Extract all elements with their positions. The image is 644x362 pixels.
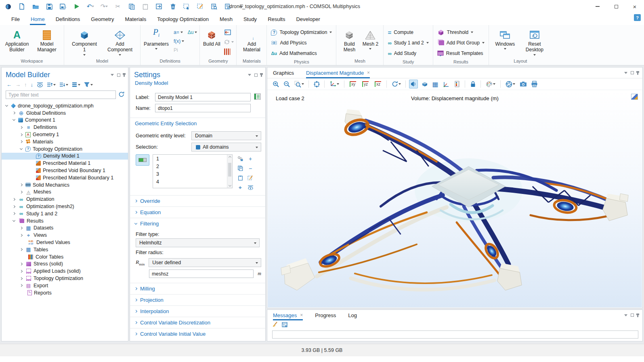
delete-icon[interactable] (169, 3, 177, 10)
collapse-chevron[interactable] (5, 104, 8, 107)
tree-item-component-1[interactable]: Component 1 (2, 117, 128, 124)
tab-materials[interactable]: Materials (125, 13, 146, 25)
application-builder-button[interactable]: AApplication Builder (2, 27, 31, 53)
expand-chevron[interactable] (20, 234, 23, 237)
color-palette-button[interactable] (484, 80, 497, 88)
copy-selection-icon[interactable] (236, 164, 245, 173)
model-manager-button[interactable]: Model Manager (32, 27, 61, 53)
variables-button[interactable]: a= (174, 29, 183, 36)
expand-chevron[interactable] (20, 140, 23, 143)
tree-item-prescribed-material-1[interactable]: Prescribed Material 1 (2, 160, 128, 167)
collapse-all-button[interactable] (59, 82, 68, 87)
filter-input[interactable] (6, 90, 116, 99)
tab-messages[interactable]: Messages× (273, 310, 303, 320)
domain-selection-list[interactable]: 1 2 3 4 (153, 154, 233, 188)
filter-radius-mode-dropdown[interactable]: User defined (149, 258, 261, 267)
expand-chevron[interactable] (20, 284, 23, 287)
tree-item-geometry-1[interactable]: AGeometry 1 (2, 131, 128, 138)
topology-optimization-button[interactable]: ?Topology Optimization (271, 27, 332, 37)
panel-float-icon[interactable] (254, 74, 258, 77)
save-icon[interactable] (45, 3, 53, 10)
tree-item-density-model-1[interactable]: ?Density Model 1 (2, 153, 128, 160)
domain-list-item[interactable]: 4 (153, 178, 232, 185)
import-icon[interactable] (224, 29, 234, 36)
result-templates-button[interactable]: Result Templates (437, 48, 485, 58)
expand-chevron[interactable] (13, 212, 15, 215)
scene-light-button[interactable] (420, 80, 429, 88)
study-1-and-2-button[interactable]: ∞Study 1 and 2 (388, 38, 428, 48)
tab-definitions[interactable]: Definitions (56, 13, 80, 25)
zoom-in-button[interactable] (271, 80, 280, 88)
parameters-button[interactable]: PiParameters (143, 27, 170, 50)
tree-item-prescribed-material-boundary-1[interactable]: Prescribed Material Boundary 1 (2, 174, 128, 181)
threshold-button[interactable]: Threshold (437, 27, 485, 37)
panel-menu-icon[interactable] (624, 314, 627, 316)
view-yz-button[interactable]: yz (360, 80, 371, 88)
tree-item-export[interactable]: ▤Export (2, 282, 128, 289)
panel-pin-icon[interactable] (124, 73, 125, 77)
axes-toggle[interactable] (442, 80, 451, 88)
move-down-button[interactable]: ↓ (31, 82, 34, 88)
tree-item-global-definitions[interactable]: ⊕Global Definitions (2, 109, 128, 117)
panel-menu-icon[interactable] (624, 72, 627, 74)
build-mesh-button[interactable]: Build Mesh (340, 27, 358, 53)
panel-menu-icon[interactable] (248, 74, 251, 76)
tree-item-definitions[interactable]: ≡Definitions (2, 124, 128, 131)
tab-topology-optimization[interactable]: Topology Optimization (157, 13, 209, 25)
select-box-icon[interactable] (183, 3, 191, 10)
add-to-selection-icon[interactable]: + (246, 154, 255, 163)
panel-pin-icon[interactable] (637, 314, 638, 317)
section-interpolation[interactable]: Interpolation (130, 305, 265, 317)
drone-topology-3d-model[interactable] (268, 90, 642, 307)
expand-chevron[interactable] (20, 248, 23, 251)
create-selection-icon[interactable] (236, 154, 245, 163)
maximize-button[interactable] (607, 0, 625, 13)
expand-chevron[interactable] (20, 126, 23, 129)
tree-item-study-1-and-2[interactable]: ∞Study 1 and 2 (2, 210, 128, 217)
expand-chevron[interactable] (20, 270, 23, 273)
lock-view-button[interactable] (468, 80, 477, 88)
expand-chevron[interactable] (13, 112, 15, 114)
tree-item-topology-optimization[interactable]: ?Topology Optimization (2, 145, 128, 153)
section-projection[interactable]: Projection (130, 294, 265, 305)
filter-radius-input[interactable] (149, 269, 254, 278)
component-1-button[interactable]: Component 1 (70, 27, 99, 56)
remove-details-icon[interactable] (224, 48, 234, 55)
tree-item-reports[interactable]: ✎Reports (2, 289, 128, 297)
zoom-extents-button[interactable] (312, 80, 321, 88)
tab-log[interactable]: Log (348, 310, 357, 320)
tree-item-meshes[interactable]: ◬Meshes (2, 189, 128, 196)
compute-button[interactable]: =Compute (388, 27, 428, 37)
help-button[interactable]: ? (634, 14, 641, 21)
tree-item-optimization-mesh2[interactable]: ∞Optimization (mesh2) (2, 203, 128, 210)
tab-graphics-window[interactable]: Graphics (273, 67, 294, 78)
list-scrollbar[interactable] (227, 155, 232, 188)
tree-item-datasets[interactable]: ▦Datasets (2, 225, 128, 232)
move-up-button[interactable]: ↑ (24, 82, 27, 88)
domain-list-item[interactable]: 2 (153, 162, 232, 170)
expand-chevron[interactable] (20, 227, 23, 229)
save-as-icon[interactable] (59, 3, 67, 10)
print-button[interactable] (530, 80, 539, 88)
clear-messages-icon[interactable] (272, 322, 278, 329)
nonlocal-couplings-button[interactable]: Δu (188, 29, 197, 36)
forward-button[interactable]: → (15, 82, 21, 88)
expand-chevron[interactable] (20, 183, 23, 186)
view-xy-button[interactable]: xy (348, 80, 358, 88)
panel-menu-icon[interactable] (111, 74, 114, 76)
active-toggle-button[interactable] (136, 154, 149, 166)
zoom-to-selection-icon[interactable]: ⌖ (236, 183, 245, 192)
tab-geometry[interactable]: Geometry (91, 13, 114, 25)
color-legend-toggle[interactable] (453, 80, 461, 88)
tree-item-optimization[interactable]: ∞Optimization (2, 196, 128, 203)
expand-all-button[interactable] (47, 82, 56, 87)
section-geometric-entity-selection[interactable]: Geometric Entity Selection (130, 118, 265, 129)
open-file-icon[interactable] (31, 3, 40, 10)
tree-item-mph-root[interactable]: drone_topology_optimization.mph (2, 102, 128, 109)
tree-item-topology-optimization-plot[interactable]: Topology Optimization (2, 275, 128, 282)
redo-button[interactable]: ↷ (100, 3, 108, 10)
selection-dropdown[interactable]: All domains (191, 143, 261, 152)
close-button[interactable]: × (625, 0, 644, 13)
tree-item-applied-loads-solid[interactable]: Applied Loads (solid) (2, 267, 128, 275)
add-plot-group-button[interactable]: Add Plot Group (437, 38, 485, 48)
